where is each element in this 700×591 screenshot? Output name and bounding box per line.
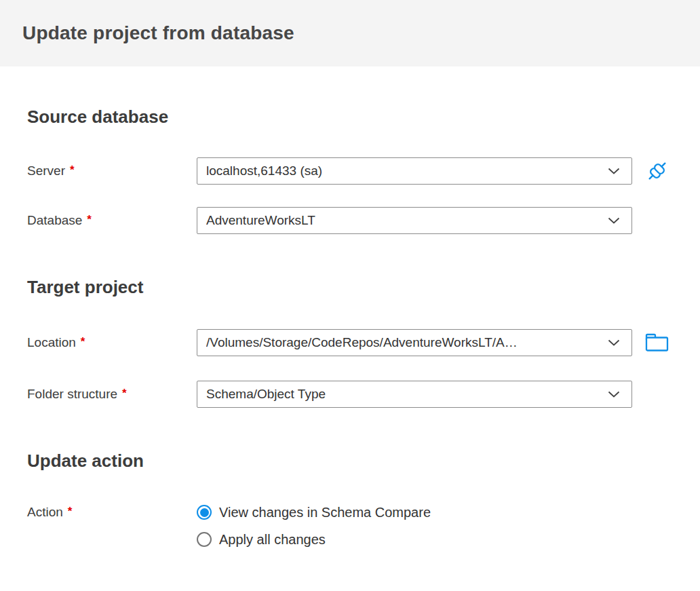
action-radio-group: View changes in Schema Compare Apply all… (197, 504, 431, 548)
dialog-header: Update project from database (0, 0, 700, 66)
server-field-row: Server* localhost,61433 (sa) (27, 157, 673, 185)
radio-selected-icon[interactable] (197, 505, 212, 520)
section-title-source-database: Source database (27, 107, 673, 126)
chevron-down-icon (608, 391, 620, 398)
folder-icon (644, 332, 670, 354)
required-asterisk: * (87, 213, 92, 226)
folder-structure-dropdown-value: Schema/Object Type (206, 387, 601, 402)
required-asterisk: * (122, 387, 127, 400)
action-label: Action* (27, 504, 197, 521)
section-title-target-project: Target project (27, 278, 673, 297)
radio-option-label: Apply all changes (219, 532, 326, 548)
browse-folder-button[interactable] (642, 329, 673, 356)
database-label: Database* (27, 212, 197, 229)
folder-structure-dropdown[interactable]: Schema/Object Type (197, 381, 632, 408)
section-title-update-action: Update action (27, 451, 673, 470)
chevron-down-icon (608, 168, 620, 175)
server-label: Server* (27, 163, 197, 180)
location-dropdown[interactable]: /Volumes/Storage/CodeRepos/AdventureWork… (197, 329, 632, 356)
connect-button[interactable] (642, 157, 673, 185)
folder-structure-label: Folder structure* (27, 386, 197, 403)
chevron-down-icon (608, 217, 620, 225)
radio-option-view-changes[interactable]: View changes in Schema Compare (197, 504, 431, 520)
location-label: Location* (27, 335, 197, 351)
radio-option-apply-all[interactable]: Apply all changes (197, 531, 431, 548)
action-field-row: Action* View changes in Schema Compare A… (27, 504, 673, 548)
required-asterisk: * (68, 505, 73, 518)
chevron-down-icon (608, 339, 620, 347)
database-field-row: Database* AdventureWorksLT (27, 207, 673, 234)
radio-option-label: View changes in Schema Compare (219, 505, 431, 520)
database-dropdown[interactable]: AdventureWorksLT (197, 207, 632, 234)
location-dropdown-value: /Volumes/Storage/CodeRepos/AdventureWork… (206, 335, 601, 350)
plug-icon (644, 157, 671, 185)
database-dropdown-value: AdventureWorksLT (206, 213, 601, 228)
required-asterisk: * (70, 164, 75, 176)
dialog-body: Source database Server* localhost,61433 … (0, 107, 700, 548)
location-field-row: Location* /Volumes/Storage/CodeRepos/Adv… (27, 329, 673, 356)
update-project-dialog: Update project from database Source data… (0, 0, 700, 591)
required-asterisk: * (81, 335, 85, 348)
server-dropdown-value: localhost,61433 (sa) (206, 164, 601, 178)
folder-structure-field-row: Folder structure* Schema/Object Type (27, 381, 673, 408)
radio-unselected-icon[interactable] (197, 532, 212, 547)
server-dropdown[interactable]: localhost,61433 (sa) (197, 157, 632, 185)
dialog-title: Update project from database (22, 22, 294, 44)
